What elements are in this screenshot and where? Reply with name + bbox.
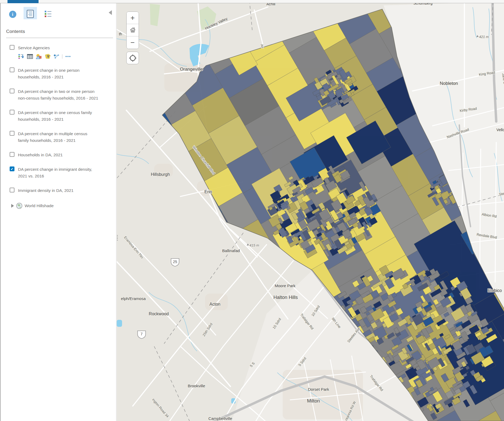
show-legend-icon[interactable] [18, 54, 24, 59]
map-label: Campbellville [208, 416, 232, 421]
zoom-out-button[interactable]: − [127, 36, 139, 49]
layer-item: DA percent change in one census family h… [10, 109, 112, 123]
layer-item: DA percent change in two or more person … [10, 88, 112, 101]
layer-item: ✔DA percent change in immigrant density,… [10, 166, 112, 179]
perform-analysis-icon[interactable] [53, 54, 60, 59]
map-label: Dorset Park [308, 387, 329, 392]
legend-icon [44, 15, 52, 19]
change-style-icon[interactable] [36, 54, 42, 59]
details-panel: i [0, 3, 116, 421]
layer-label[interactable]: Households in DA, 2021 [18, 151, 98, 158]
highway-shield: 25 [171, 259, 179, 266]
map-label: Acton [210, 302, 221, 306]
layer-label[interactable]: Service Agencies [18, 44, 98, 51]
details-tab-active-indicator[interactable] [7, 0, 39, 3]
top-tab-bar [0, 0, 504, 3]
tools-divider [62, 54, 62, 59]
basemap-label: World Hillshade [25, 203, 54, 208]
layer-label[interactable]: DA percent change in one person househol… [18, 67, 98, 80]
map-label: 421 m [479, 35, 489, 39]
filter-icon[interactable] [44, 54, 51, 59]
panel-resize-handle[interactable] [117, 235, 118, 241]
info-icon: i [9, 11, 16, 18]
map-label: Halton Hills [273, 295, 298, 300]
home-icon [129, 27, 136, 33]
layer-item: DA percent change in one person househol… [10, 67, 112, 80]
highway-shield: 7 [138, 331, 146, 339]
basemap-item[interactable]: World Hillshade [11, 203, 116, 209]
panel-tab-strip: i [1, 3, 116, 23]
zoom-controls: + − [126, 12, 139, 49]
map-area: OrangevilleNobletonHillsburghErinBallina… [117, 3, 504, 421]
map-label: Schomberg [413, 3, 433, 5]
layer-checkbox[interactable] [10, 89, 14, 93]
map-canvas[interactable]: OrangevilleNobletonHillsburghErinBallina… [117, 3, 504, 421]
layer-label[interactable]: DA percent change in two or more person … [18, 88, 98, 101]
map-label: Brookville [188, 384, 205, 388]
home-button[interactable] [127, 24, 139, 36]
layer-checkbox[interactable] [10, 110, 14, 115]
map-label: Hillsburgh [151, 172, 170, 177]
globe-icon [16, 203, 22, 209]
layer-checkbox[interactable] [10, 131, 14, 136]
content-list-icon [26, 15, 34, 19]
map-label: Erin [204, 189, 212, 194]
zoom-in-button[interactable]: + [127, 12, 139, 24]
svg-text:7: 7 [141, 332, 143, 336]
svg-text:25: 25 [173, 260, 177, 264]
map-label: 415 m [249, 243, 259, 247]
layer-checkbox[interactable] [10, 188, 14, 192]
layer-label[interactable]: DA percent change in one census family h… [18, 109, 98, 123]
map-label: Ballinafad [222, 248, 240, 253]
layer-label[interactable]: DA percent change in immigrant density, … [18, 166, 98, 179]
collapse-panel-button[interactable] [109, 10, 112, 15]
layer-label[interactable]: Immigrant density in DA, 2021 [18, 187, 98, 194]
locate-icon [129, 54, 137, 62]
layer-item: Households in DA, 2021 [10, 151, 112, 158]
layer-label[interactable]: DA percent change in multiple census fam… [18, 130, 98, 144]
show-table-icon[interactable] [27, 54, 33, 59]
map-label: Nobleton [440, 81, 458, 86]
layer-item: Immigrant density in DA, 2021 [10, 187, 112, 194]
panel-title: Contents [6, 29, 116, 34]
map-label: Vello [497, 128, 504, 132]
locate-button[interactable] [126, 52, 139, 64]
map-label: Etobico [487, 288, 502, 293]
layer-checkbox-checked[interactable]: ✔ [10, 166, 14, 171]
arcgis-map-viewer: i [0, 0, 504, 421]
expand-caret-icon[interactable] [11, 204, 14, 208]
more-options-icon[interactable] [65, 54, 71, 59]
layer-item: DA percent change in multiple census fam… [10, 130, 112, 144]
layer-list: Service AgenciesDA percent change in one… [1, 38, 116, 194]
map-label: th [119, 32, 122, 36]
map-label: Rockwood [149, 312, 169, 316]
layer-checkbox[interactable] [10, 152, 14, 157]
layer-checkbox[interactable] [10, 45, 14, 50]
content-tab[interactable] [24, 7, 37, 19]
map-label: Milton [307, 398, 320, 404]
map-label: elph/Eramosa [121, 296, 146, 301]
layer-item: Service Agencies [10, 44, 112, 51]
legend-tab[interactable] [41, 7, 55, 19]
map-label: Orangeville [180, 67, 203, 72]
about-tab[interactable]: i [6, 7, 19, 19]
map-label: Moore Park [275, 283, 295, 288]
layer-tools-row [18, 54, 112, 59]
layer-checkbox[interactable] [10, 67, 14, 72]
map-label: Achill [266, 3, 275, 6]
